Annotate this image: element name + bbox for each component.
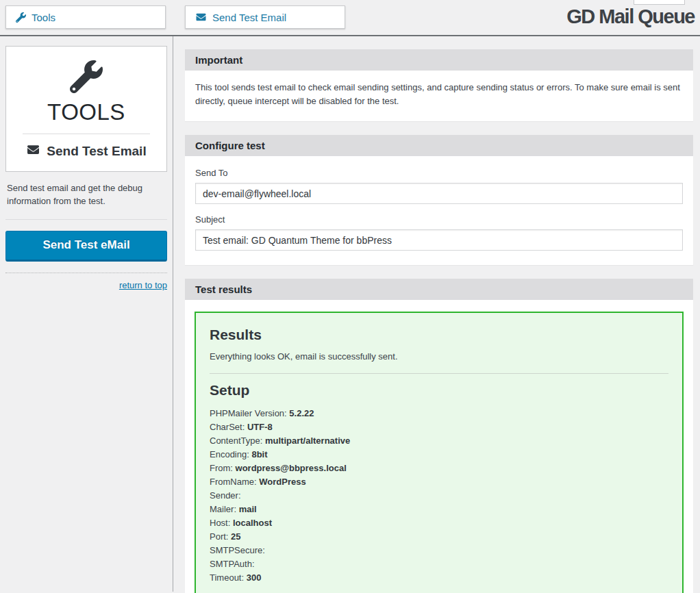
- setup-item-value: 5.2.22: [289, 408, 314, 418]
- sidebar-divider: [5, 219, 167, 220]
- tab-tools[interactable]: Tools: [5, 5, 166, 29]
- section-configure-body: Send To Subject: [185, 156, 693, 265]
- setup-item: SMTPAuth:: [210, 557, 668, 571]
- setup-item-label: FromName:: [210, 477, 259, 487]
- sidebar-description: Send test email and get the debug inform…: [5, 172, 167, 208]
- setup-item-value: localhost: [233, 518, 272, 528]
- section-test-results: Test results Results Everything looks OK…: [185, 279, 693, 593]
- setup-item: Sender:: [210, 489, 668, 503]
- send-test-email-button[interactable]: Send Test eMail: [5, 231, 167, 262]
- panel-divider: [23, 134, 150, 134]
- sidebar-dotted-divider: [5, 273, 167, 273]
- content-area: TOOLS Send Test Email Send test email an…: [0, 36, 700, 592]
- page-title: GD Mail Queue: [566, 5, 695, 28]
- setup-item: CharSet: UTF-8: [210, 420, 668, 434]
- tab-tools-label: Tools: [32, 12, 55, 23]
- setup-item-label: Mailer:: [210, 504, 239, 514]
- envelope-icon-dark: [26, 144, 40, 159]
- wrench-icon-large: [70, 84, 103, 95]
- setup-item: Encoding: 8bit: [210, 448, 668, 462]
- setup-item-label: From:: [210, 463, 236, 473]
- sidebar-item-send-test-email[interactable]: Send Test Email: [13, 144, 160, 159]
- section-important-body: This tool sends test email to check emai…: [185, 71, 693, 121]
- top-toolbar: Tools Send Test Email GD Mail Queue: [0, 0, 700, 36]
- results-divider: [210, 373, 668, 374]
- tools-panel: TOOLS Send Test Email: [5, 46, 167, 172]
- section-important-header: Important: [185, 49, 693, 71]
- setup-list: PHPMailer Version: 5.2.22CharSet: UTF-8C…: [210, 407, 668, 585]
- sidebar-item-label: Send Test Email: [47, 144, 146, 159]
- send-to-field-group: Send To: [195, 168, 683, 204]
- setup-item: Mailer: mail: [210, 503, 668, 516]
- partial-screen-button[interactable]: [634, 0, 685, 5]
- tab-send-test-email-label: Send Test Email: [212, 12, 286, 23]
- setup-item-label: SMTPAuth:: [210, 559, 255, 569]
- section-configure-test: Configure test Send To Subject: [185, 135, 693, 265]
- results-heading: Results: [210, 327, 668, 343]
- setup-item-label: Port:: [210, 531, 231, 542]
- setup-item-value: 300: [247, 572, 262, 583]
- setup-item: Port: 25: [210, 530, 668, 544]
- subject-field-group: Subject: [195, 214, 683, 251]
- section-test-results-body: Results Everything looks OK, email is su…: [185, 300, 693, 593]
- setup-item-value: 25: [231, 531, 240, 542]
- setup-item-label: Encoding:: [210, 449, 251, 459]
- subject-label: Subject: [195, 214, 683, 225]
- send-to-input[interactable]: [195, 183, 683, 204]
- setup-item-value: UTF-8: [247, 422, 273, 432]
- setup-item: Timeout: 300: [210, 571, 668, 585]
- section-important: Important This tool sends test email to …: [185, 49, 693, 121]
- tab-send-test-email[interactable]: Send Test Email: [185, 5, 345, 29]
- setup-item-value: WordPress: [259, 477, 305, 487]
- gd-mail-queue-page: Tools Send Test Email GD Mail Queue TOOL…: [0, 0, 700, 593]
- setup-item-value: wordpress@bbpress.local: [236, 463, 347, 473]
- setup-item: ContentType: multipart/alternative: [210, 434, 668, 448]
- send-to-label: Send To: [195, 168, 683, 178]
- setup-item: Host: localhost: [210, 516, 668, 530]
- setup-item-label: CharSet:: [210, 422, 247, 432]
- setup-item: From: wordpress@bbpress.local: [210, 462, 668, 475]
- setup-item: PHPMailer Version: 5.2.22: [210, 407, 668, 420]
- setup-item-label: PHPMailer Version:: [210, 408, 289, 418]
- return-to-top-link[interactable]: return to top: [5, 280, 167, 290]
- results-message: Everything looks OK, email is successful…: [210, 351, 668, 362]
- main-panel: Important This tool sends test email to …: [173, 36, 700, 592]
- setup-item: SMTPSecure:: [210, 544, 668, 557]
- setup-item-label: SMTPSecure:: [210, 545, 265, 555]
- section-configure-header: Configure test: [185, 135, 693, 156]
- setup-item-value: multipart/alternative: [265, 436, 350, 446]
- setup-item-label: Sender:: [210, 490, 241, 501]
- setup-item-label: Timeout:: [210, 572, 247, 583]
- subject-input[interactable]: [195, 229, 683, 251]
- success-result-box: Results Everything looks OK, email is su…: [195, 312, 684, 593]
- setup-item: FromName: WordPress: [210, 475, 668, 489]
- envelope-icon: [195, 12, 207, 22]
- setup-item-value: mail: [239, 504, 257, 514]
- tools-panel-title: TOOLS: [13, 100, 160, 125]
- setup-item-label: Host:: [210, 518, 233, 528]
- setup-item-label: ContentType:: [210, 436, 265, 446]
- section-test-results-header: Test results: [185, 279, 693, 300]
- setup-heading: Setup: [210, 382, 668, 399]
- sidebar: TOOLS Send Test Email Send test email an…: [0, 36, 173, 592]
- setup-item-value: 8bit: [251, 449, 267, 459]
- wrench-icon: [16, 12, 26, 23]
